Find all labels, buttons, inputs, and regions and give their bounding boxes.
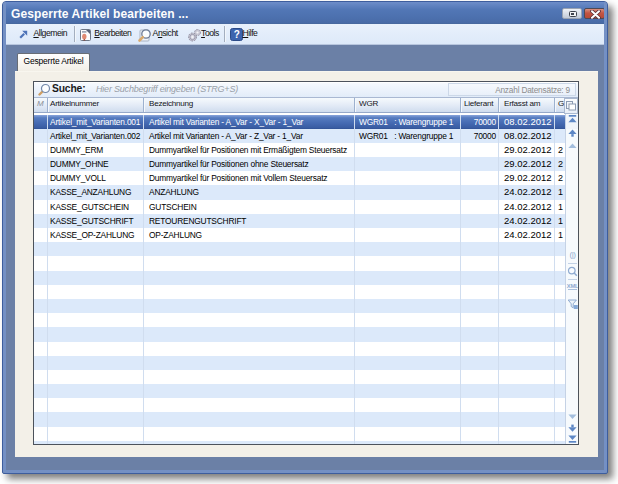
svg-text:?: ? [233,29,239,40]
